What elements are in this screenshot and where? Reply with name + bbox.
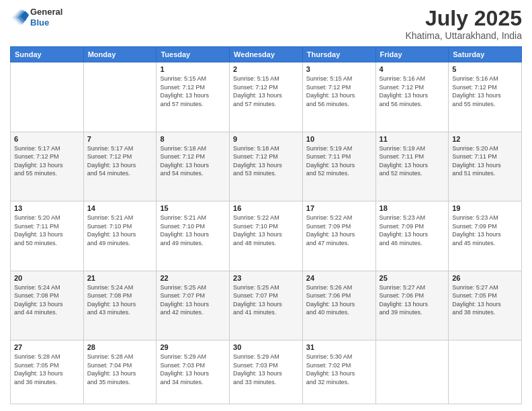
calendar-cell: 8Sunrise: 5:18 AM Sunset: 7:12 PM Daylig… [157, 132, 230, 201]
day-info: Sunrise: 5:24 AM Sunset: 7:08 PM Dayligh… [14, 283, 80, 317]
calendar-cell: 4Sunrise: 5:16 AM Sunset: 7:12 PM Daylig… [375, 62, 449, 132]
calendar-cell: 3Sunrise: 5:15 AM Sunset: 7:12 PM Daylig… [302, 62, 375, 132]
logo: General Blue [10, 7, 62, 28]
calendar-cell: 9Sunrise: 5:18 AM Sunset: 7:12 PM Daylig… [230, 132, 303, 201]
day-number: 21 [87, 274, 153, 282]
logo-line1: General [30, 7, 62, 17]
day-number: 6 [14, 135, 80, 143]
calendar-cell: 30Sunrise: 5:29 AM Sunset: 7:03 PM Dayli… [230, 340, 303, 404]
calendar-cell: 26Sunrise: 5:27 AM Sunset: 7:05 PM Dayli… [449, 271, 522, 340]
title-block: July 2025 Khatima, Uttarakhand, India [405, 7, 522, 41]
main-title: July 2025 [405, 7, 522, 30]
day-info: Sunrise: 5:29 AM Sunset: 7:03 PM Dayligh… [233, 353, 299, 386]
calendar-cell: 14Sunrise: 5:21 AM Sunset: 7:10 PM Dayli… [83, 201, 157, 271]
day-info: Sunrise: 5:19 AM Sunset: 7:11 PM Dayligh… [306, 144, 372, 178]
page: General Blue July 2025 Khatima, Uttarakh… [0, 0, 532, 411]
day-number: 11 [380, 135, 445, 143]
day-number: 24 [306, 274, 372, 282]
day-info: Sunrise: 5:21 AM Sunset: 7:10 PM Dayligh… [87, 214, 153, 247]
calendar-cell: 15Sunrise: 5:21 AM Sunset: 7:10 PM Dayli… [157, 201, 230, 271]
week-row-3: 13Sunrise: 5:20 AM Sunset: 7:11 PM Dayli… [11, 201, 522, 271]
day-info: Sunrise: 5:16 AM Sunset: 7:12 PM Dayligh… [452, 75, 518, 108]
logo-line2: Blue [30, 17, 62, 28]
day-info: Sunrise: 5:19 AM Sunset: 7:11 PM Dayligh… [380, 144, 445, 178]
day-number: 17 [306, 204, 372, 212]
calendar-cell: 17Sunrise: 5:22 AM Sunset: 7:09 PM Dayli… [302, 201, 375, 271]
day-number: 23 [233, 274, 299, 282]
col-header-tuesday: Tuesday [157, 47, 230, 62]
day-number: 10 [306, 135, 372, 143]
day-info: Sunrise: 5:25 AM Sunset: 7:07 PM Dayligh… [160, 283, 226, 317]
header-row: SundayMondayTuesdayWednesdayThursdayFrid… [11, 47, 522, 62]
logo-text: General Blue [30, 7, 62, 28]
day-info: Sunrise: 5:21 AM Sunset: 7:10 PM Dayligh… [160, 214, 226, 247]
day-info: Sunrise: 5:23 AM Sunset: 7:09 PM Dayligh… [452, 214, 518, 247]
day-info: Sunrise: 5:26 AM Sunset: 7:06 PM Dayligh… [306, 283, 372, 317]
day-info: Sunrise: 5:22 AM Sunset: 7:09 PM Dayligh… [306, 214, 372, 247]
col-header-wednesday: Wednesday [230, 47, 303, 62]
day-number: 30 [233, 343, 299, 351]
calendar-cell: 20Sunrise: 5:24 AM Sunset: 7:08 PM Dayli… [11, 271, 84, 340]
day-info: Sunrise: 5:28 AM Sunset: 7:05 PM Dayligh… [14, 353, 80, 386]
day-number: 26 [452, 274, 518, 282]
day-number: 27 [14, 343, 80, 351]
day-info: Sunrise: 5:15 AM Sunset: 7:12 PM Dayligh… [233, 75, 299, 108]
calendar-cell: 21Sunrise: 5:24 AM Sunset: 7:08 PM Dayli… [83, 271, 157, 340]
week-row-1: 1Sunrise: 5:15 AM Sunset: 7:12 PM Daylig… [11, 62, 522, 132]
day-number: 31 [306, 343, 372, 351]
calendar-cell: 23Sunrise: 5:25 AM Sunset: 7:07 PM Dayli… [230, 271, 303, 340]
day-info: Sunrise: 5:15 AM Sunset: 7:12 PM Dayligh… [306, 75, 372, 108]
col-header-monday: Monday [83, 47, 157, 62]
day-info: Sunrise: 5:15 AM Sunset: 7:12 PM Dayligh… [160, 75, 226, 108]
day-info: Sunrise: 5:20 AM Sunset: 7:11 PM Dayligh… [14, 214, 80, 247]
calendar-cell: 1Sunrise: 5:15 AM Sunset: 7:12 PM Daylig… [157, 62, 230, 132]
day-number: 3 [306, 65, 372, 73]
calendar-cell: 18Sunrise: 5:23 AM Sunset: 7:09 PM Dayli… [375, 201, 449, 271]
calendar: SundayMondayTuesdayWednesdayThursdayFrid… [10, 46, 522, 404]
calendar-cell [375, 340, 449, 404]
day-info: Sunrise: 5:18 AM Sunset: 7:12 PM Dayligh… [160, 144, 226, 178]
calendar-cell: 2Sunrise: 5:15 AM Sunset: 7:12 PM Daylig… [230, 62, 303, 132]
sub-title: Khatima, Uttarakhand, India [405, 30, 522, 41]
day-number: 7 [87, 135, 153, 143]
day-number: 9 [233, 135, 299, 143]
week-row-4: 20Sunrise: 5:24 AM Sunset: 7:08 PM Dayli… [11, 271, 522, 340]
day-info: Sunrise: 5:25 AM Sunset: 7:07 PM Dayligh… [233, 283, 299, 317]
day-number: 29 [160, 343, 226, 351]
col-header-thursday: Thursday [302, 47, 375, 62]
calendar-cell: 7Sunrise: 5:17 AM Sunset: 7:12 PM Daylig… [83, 132, 157, 201]
calendar-cell: 6Sunrise: 5:17 AM Sunset: 7:12 PM Daylig… [11, 132, 84, 201]
col-header-friday: Friday [375, 47, 449, 62]
day-number: 25 [380, 274, 445, 282]
week-row-5: 27Sunrise: 5:28 AM Sunset: 7:05 PM Dayli… [11, 340, 522, 404]
day-number: 13 [14, 204, 80, 212]
calendar-cell: 13Sunrise: 5:20 AM Sunset: 7:11 PM Dayli… [11, 201, 84, 271]
calendar-cell [449, 340, 522, 404]
day-number: 28 [87, 343, 153, 351]
day-number: 8 [160, 135, 226, 143]
day-info: Sunrise: 5:30 AM Sunset: 7:02 PM Dayligh… [306, 353, 372, 386]
col-header-sunday: Sunday [11, 47, 84, 62]
day-info: Sunrise: 5:27 AM Sunset: 7:06 PM Dayligh… [380, 283, 445, 317]
calendar-cell: 22Sunrise: 5:25 AM Sunset: 7:07 PM Dayli… [157, 271, 230, 340]
calendar-cell: 19Sunrise: 5:23 AM Sunset: 7:09 PM Dayli… [449, 201, 522, 271]
calendar-cell: 27Sunrise: 5:28 AM Sunset: 7:05 PM Dayli… [11, 340, 84, 404]
calendar-cell: 29Sunrise: 5:29 AM Sunset: 7:03 PM Dayli… [157, 340, 230, 404]
day-number: 19 [452, 204, 518, 212]
week-row-2: 6Sunrise: 5:17 AM Sunset: 7:12 PM Daylig… [11, 132, 522, 201]
day-info: Sunrise: 5:27 AM Sunset: 7:05 PM Dayligh… [452, 283, 518, 317]
calendar-cell: 28Sunrise: 5:28 AM Sunset: 7:04 PM Dayli… [83, 340, 157, 404]
day-number: 16 [233, 204, 299, 212]
calendar-cell: 24Sunrise: 5:26 AM Sunset: 7:06 PM Dayli… [302, 271, 375, 340]
day-info: Sunrise: 5:23 AM Sunset: 7:09 PM Dayligh… [380, 214, 445, 247]
calendar-cell [11, 62, 84, 132]
calendar-cell [83, 62, 157, 132]
day-number: 2 [233, 65, 299, 73]
day-info: Sunrise: 5:17 AM Sunset: 7:12 PM Dayligh… [14, 144, 80, 178]
day-number: 15 [160, 204, 226, 212]
day-number: 12 [452, 135, 518, 143]
day-info: Sunrise: 5:18 AM Sunset: 7:12 PM Dayligh… [233, 144, 299, 178]
day-number: 5 [452, 65, 518, 73]
day-number: 20 [14, 274, 80, 282]
day-info: Sunrise: 5:17 AM Sunset: 7:12 PM Dayligh… [87, 144, 153, 178]
